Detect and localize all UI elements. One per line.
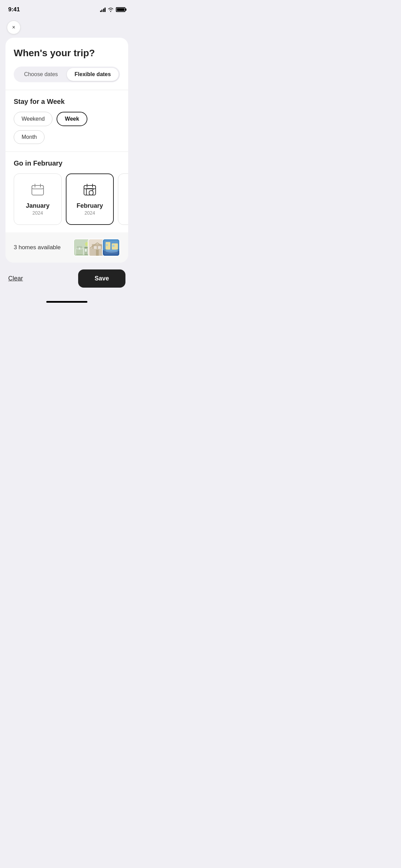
pill-month[interactable]: Month (14, 130, 45, 144)
svg-rect-16 (76, 249, 83, 255)
homes-available-bar: 3 homes available (5, 232, 128, 263)
home-thumbnail-3 (102, 239, 120, 256)
status-bar: 9:41 (0, 0, 134, 17)
pill-weekend[interactable]: Weekend (14, 112, 52, 126)
svg-rect-36 (106, 244, 108, 246)
date-mode-toggle: Choose dates Flexible dates (14, 67, 120, 82)
home-indicator (0, 298, 134, 306)
homes-available-text: 3 homes available (14, 244, 61, 251)
card-title: When's your trip? (14, 47, 120, 59)
month-year-february: 2024 (84, 210, 95, 216)
month-year-january: 2024 (32, 210, 43, 216)
svg-rect-0 (32, 185, 44, 195)
svg-rect-19 (79, 248, 80, 250)
month-card-february[interactable]: February 2024 (66, 173, 114, 225)
svg-rect-35 (112, 243, 118, 250)
battery-icon (116, 7, 125, 12)
svg-rect-1 (32, 185, 44, 189)
month-cards-row: January 2024 February 2024 (5, 173, 128, 232)
month-name-february: February (76, 202, 103, 209)
homes-thumbnails (73, 239, 120, 256)
close-button-area: × (0, 17, 134, 38)
month-card-march[interactable]: March 2024 (118, 173, 128, 225)
svg-rect-34 (106, 242, 110, 250)
svg-rect-4 (84, 185, 96, 195)
tab-flexible-dates[interactable]: Flexible dates (67, 68, 119, 81)
stay-section-label: Stay for a Week (14, 98, 120, 106)
svg-rect-26 (98, 246, 101, 249)
main-card: When's your trip? Choose dates Flexible … (5, 38, 128, 263)
svg-rect-27 (96, 250, 99, 256)
signal-icon (100, 7, 106, 12)
divider-2 (5, 152, 128, 152)
go-section-label: Go in February (14, 159, 120, 167)
calendar-icon-january (30, 182, 45, 197)
svg-rect-20 (85, 249, 87, 252)
wifi-icon (108, 7, 114, 12)
svg-rect-25 (94, 246, 97, 249)
month-name-january: January (26, 202, 49, 209)
home-indicator-bar (46, 301, 87, 303)
svg-rect-37 (112, 245, 114, 247)
svg-rect-24 (92, 244, 103, 249)
clear-button[interactable]: Clear (8, 275, 23, 282)
svg-rect-32 (104, 249, 119, 251)
calendar-icon-february (82, 182, 97, 197)
svg-point-33 (106, 249, 118, 253)
svg-rect-31 (103, 250, 120, 256)
month-card-january[interactable]: January 2024 (14, 173, 62, 225)
save-button[interactable]: Save (78, 269, 125, 288)
tab-choose-dates[interactable]: Choose dates (15, 68, 67, 81)
status-time: 9:41 (8, 6, 20, 13)
close-button[interactable]: × (7, 21, 21, 34)
duration-pills: Weekend Week Month (14, 112, 120, 144)
divider-1 (5, 90, 128, 90)
status-icons (100, 7, 126, 12)
bottom-bar: Clear Save (0, 263, 134, 298)
svg-rect-30 (103, 239, 120, 256)
pill-week[interactable]: Week (57, 112, 87, 126)
